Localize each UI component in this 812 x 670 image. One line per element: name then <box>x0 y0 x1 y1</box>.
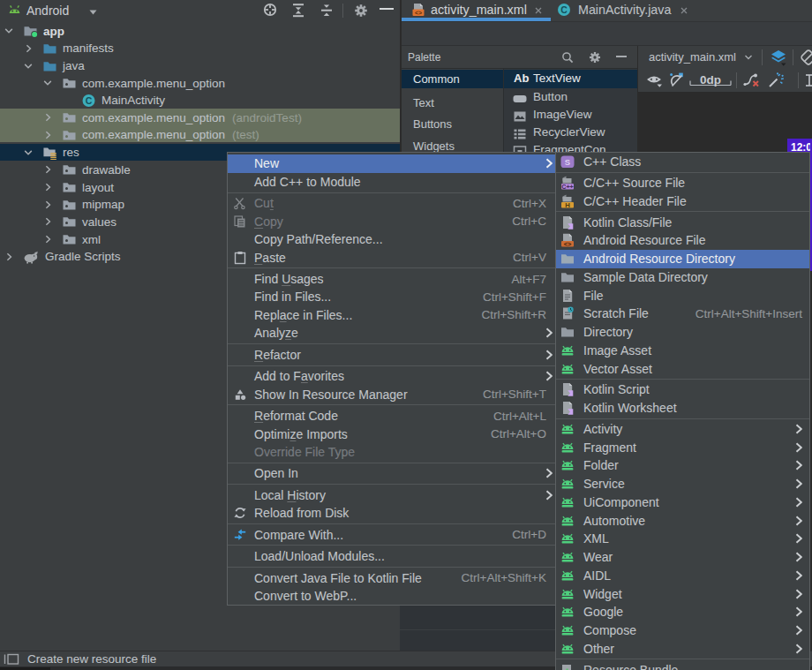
svg-text:C: C <box>86 95 93 106</box>
svg-text:C: C <box>560 4 568 15</box>
svg-text:S: S <box>565 157 570 167</box>
svg-text:H: H <box>565 201 570 208</box>
svg-text:<>: <> <box>564 240 572 247</box>
svg-text:C++: C++ <box>561 183 574 190</box>
svg-text:0dp: 0dp <box>700 73 721 87</box>
svg-text:<>: <> <box>415 10 422 16</box>
